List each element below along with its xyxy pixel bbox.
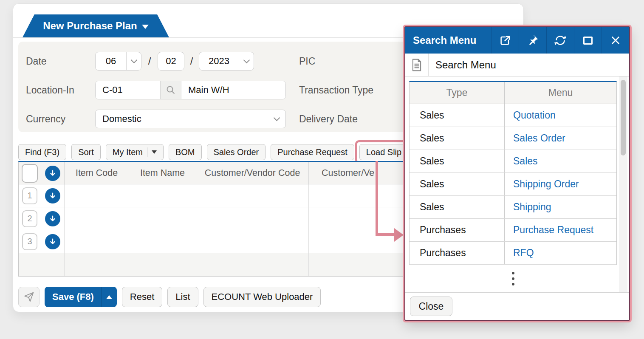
menu-link-shipping[interactable]: Shipping [505, 201, 551, 213]
grid-cell[interactable] [196, 207, 309, 230]
reset-button[interactable]: Reset [122, 287, 162, 307]
close-button[interactable]: Close [410, 297, 452, 316]
row-number[interactable]: 2 [22, 210, 37, 227]
chevron-down-icon [268, 110, 285, 128]
load-slip-button[interactable]: Load Slip [359, 144, 408, 160]
date-month-select[interactable]: 06 [95, 52, 141, 71]
menu-type: Sales [410, 104, 505, 127]
menu-type: Sales [410, 150, 505, 172]
save-button[interactable]: Save (F8) [45, 287, 117, 307]
location-search-button[interactable] [160, 81, 181, 99]
row-number[interactable]: 3 [22, 233, 37, 250]
location-in-group [95, 81, 286, 99]
chevron-down-icon [126, 52, 141, 70]
more-rows-ellipsis-icon [409, 272, 617, 285]
bom-button[interactable]: BOM [169, 144, 202, 160]
date-year-value: 2023 [199, 52, 239, 70]
col-header-customer-vendor-code: Customer/Vendor Code [196, 162, 309, 184]
my-item-button[interactable]: My Item [106, 144, 164, 160]
grid-toolbar: Find (F3) Sort My Item BOM Sales Order P… [18, 141, 408, 163]
open-in-new-window-button[interactable] [491, 27, 519, 54]
grid-cell[interactable] [196, 230, 309, 253]
menu-table-row: Sales Shipping [410, 196, 616, 219]
save-label: Save (F8) [45, 287, 102, 307]
pic-label: PIC [299, 52, 315, 71]
dialog-subheader: Search Menu [405, 54, 629, 76]
search-menu-dialog: Search Menu [404, 26, 630, 321]
fill-down-button[interactable] [45, 188, 60, 203]
document-icon [411, 59, 422, 71]
menu-table-row: Sales Sales Order [410, 127, 616, 150]
scrollbar-thumb[interactable] [621, 80, 626, 155]
currency-label: Currency [26, 110, 65, 128]
arrow-down-icon [48, 169, 57, 178]
menu-link-rfq[interactable]: RFQ [505, 247, 534, 259]
document-icon-cell [405, 54, 428, 76]
maximize-button[interactable] [574, 27, 602, 54]
date-year-select[interactable]: 2023 [199, 52, 254, 71]
fill-down-button[interactable] [45, 166, 60, 181]
location-code-input[interactable] [96, 81, 160, 99]
menu-link-quotation[interactable]: Quotation [505, 110, 556, 121]
col-header-type: Type [410, 82, 505, 104]
menu-link-purchase-request[interactable]: Purchase Request [505, 224, 593, 236]
dialog-title: Search Menu [405, 27, 491, 54]
fill-down-button[interactable] [45, 234, 60, 249]
grid-cell[interactable] [65, 207, 129, 230]
fill-down-button[interactable] [45, 211, 60, 226]
menu-table-row: Sales Shipping Order [410, 173, 616, 196]
close-dialog-button[interactable] [602, 27, 629, 54]
delivery-date-label: Delivery Date [299, 110, 358, 128]
currency-select[interactable]: Domestic [95, 110, 286, 128]
grid-cell[interactable] [65, 184, 129, 207]
dialog-content: Type Menu Sales Quotation Sales Sales Or… [405, 76, 629, 292]
menu-link-sales[interactable]: Sales [505, 155, 538, 167]
row-number[interactable]: 1 [22, 187, 37, 204]
footer-toolbar: Save (F8) Reset List ECOUNT Web Uploader [18, 287, 321, 307]
date-label: Date [26, 52, 47, 71]
refresh-button[interactable] [546, 27, 574, 54]
close-icon [610, 35, 621, 46]
date-separator: / [184, 52, 199, 71]
list-button[interactable]: List [167, 287, 198, 307]
grid-cell[interactable] [129, 207, 196, 230]
menu-type: Purchases [410, 242, 505, 264]
sales-order-button[interactable]: Sales Order [207, 144, 266, 160]
location-name-input[interactable] [181, 81, 285, 99]
select-all-checkbox[interactable] [22, 164, 38, 183]
find-button[interactable]: Find (F3) [18, 144, 66, 160]
grid-cell[interactable] [196, 184, 309, 207]
sort-button[interactable]: Sort [71, 144, 101, 160]
purchase-request-button[interactable]: Purchase Request [271, 144, 354, 160]
menu-link-shipping-order[interactable]: Shipping Order [505, 178, 579, 190]
scrollbar-track[interactable] [619, 76, 627, 292]
grid-cell[interactable] [129, 230, 196, 253]
grid-cell[interactable] [129, 184, 196, 207]
transaction-type-label: Transaction Type [299, 81, 373, 99]
doc-type-tab[interactable]: New Purchase Plan [23, 14, 169, 37]
pin-button[interactable] [519, 27, 546, 54]
chevron-down-icon [142, 25, 149, 29]
my-item-label: My Item [113, 147, 143, 157]
send-button[interactable] [18, 287, 40, 307]
date-month-value: 06 [96, 52, 126, 70]
dialog-subtitle: Search Menu [429, 54, 496, 76]
grid-cell[interactable] [65, 230, 129, 253]
col-header-item-name: Item Name [129, 162, 196, 184]
date-day-input[interactable] [158, 52, 184, 71]
ecount-web-uploader-button[interactable]: ECOUNT Web Uploader [203, 287, 321, 307]
save-options-toggle[interactable] [102, 287, 117, 307]
col-header-item-code: Item Code [65, 162, 129, 184]
arrow-down-icon [48, 191, 57, 201]
menu-table: Type Menu Sales Quotation Sales Sales Or… [409, 81, 617, 265]
currency-value: Domestic [96, 110, 268, 128]
menu-type: Sales [410, 127, 505, 150]
menu-table-row: Purchases RFQ [410, 242, 616, 265]
search-icon [166, 85, 176, 95]
menu-link-sales-order[interactable]: Sales Order [505, 133, 565, 144]
location-in-label: Location-In [26, 81, 74, 99]
external-link-icon [499, 34, 511, 47]
arrow-down-icon [48, 214, 57, 223]
chevron-down-icon [239, 52, 254, 70]
menu-table-row: Sales Sales [410, 150, 616, 173]
